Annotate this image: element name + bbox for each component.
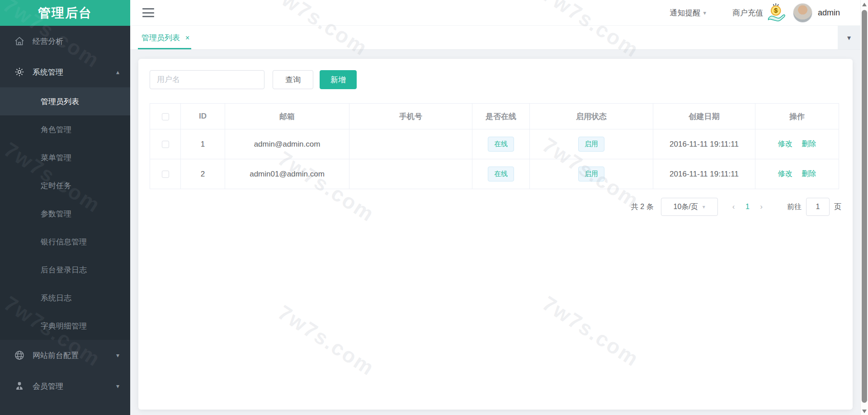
edit-link[interactable]: 修改 xyxy=(778,140,793,148)
system-submenu: 管理员列表 角色管理 菜单管理 定时任务 参数管理 银行信息管理 后台登录日志 … xyxy=(0,87,130,340)
sidebar-item-bank-info[interactable]: 银行信息管理 xyxy=(0,228,130,256)
sidebar-item-cron-task[interactable]: 定时任务 xyxy=(0,172,130,200)
app-logo: 管理后台 xyxy=(0,0,130,26)
col-id: ID xyxy=(181,104,225,129)
content-card: 查询 新增 ID 邮箱 手机号 是否在线 启用状态 创建日期 xyxy=(138,59,853,410)
notification-dropdown[interactable]: 通知提醒 xyxy=(670,8,700,18)
next-page-button[interactable]: › xyxy=(754,202,769,211)
table-row: 2 admin01@admin.com 在线 启用 2016-11-11 19:… xyxy=(150,159,839,189)
col-created: 创建日期 xyxy=(653,104,755,129)
add-button[interactable]: 新增 xyxy=(320,70,357,89)
chevron-down-icon: ▾ xyxy=(703,204,705,210)
tab-admin-list[interactable]: 管理员列表 × xyxy=(138,26,193,50)
coin-hand-icon: $ xyxy=(767,2,787,23)
top-header: 通知提醒 ▾ 商户充值 $ admin xyxy=(130,0,860,26)
page-unit-label: 页 xyxy=(834,202,841,212)
active-tab-underline xyxy=(138,48,191,49)
cell-phone xyxy=(349,129,472,159)
current-page-number[interactable]: 1 xyxy=(741,203,754,211)
status-badge: 启用 xyxy=(578,167,604,181)
sidebar-item-label: 系统管理 xyxy=(33,67,116,77)
edit-link[interactable]: 修改 xyxy=(778,170,793,177)
cell-id: 1 xyxy=(181,129,225,159)
col-phone: 手机号 xyxy=(349,104,472,129)
page-size-select[interactable]: 10条/页 ▾ xyxy=(661,198,718,216)
delete-link[interactable]: 删除 xyxy=(802,170,816,177)
sidebar-item-label: 会员管理 xyxy=(33,381,116,391)
vertical-scrollbar[interactable] xyxy=(860,0,868,415)
row-checkbox[interactable] xyxy=(162,171,169,178)
tab-list-dropdown[interactable]: ▾ xyxy=(838,26,860,49)
gear-icon xyxy=(14,66,25,78)
col-email: 邮箱 xyxy=(225,104,349,129)
status-badge: 启用 xyxy=(578,137,604,152)
table-header-row: ID 邮箱 手机号 是否在线 启用状态 创建日期 操作 xyxy=(150,104,839,129)
total-count-label: 共 2 条 xyxy=(631,202,654,212)
sidebar-item-menu-mgmt[interactable]: 菜单管理 xyxy=(0,143,130,172)
chevron-down-icon: ▾ xyxy=(116,382,119,390)
home-icon xyxy=(14,35,25,47)
cell-email: admin01@admin.com xyxy=(225,159,349,189)
menu-toggle-icon[interactable] xyxy=(142,8,154,17)
prev-page-button[interactable]: ‹ xyxy=(726,202,741,211)
tab-bar: 管理员列表 × ▾ xyxy=(130,26,860,50)
delete-link[interactable]: 删除 xyxy=(802,140,816,148)
cell-phone xyxy=(349,159,472,189)
cell-id: 2 xyxy=(181,159,225,189)
sidebar: 管理后台 经营分析 系统管理 ▴ 管理员列表 角色管理 菜单管理 xyxy=(0,0,130,415)
online-badge: 在线 xyxy=(488,137,514,152)
pagination: 共 2 条 10条/页 ▾ ‹ 1 › 前往 页 xyxy=(150,197,841,216)
sidebar-item-label: 网站前台配置 xyxy=(33,350,116,361)
admin-table: ID 邮箱 手机号 是否在线 启用状态 创建日期 操作 1 admin@admi… xyxy=(150,103,839,189)
sidebar-item-system-log[interactable]: 系统日志 xyxy=(0,284,130,312)
user-avatar[interactable] xyxy=(793,3,812,23)
cell-email: admin@admin.com xyxy=(225,129,349,159)
merchant-recharge-button[interactable]: 商户充值 $ xyxy=(732,2,787,23)
username-label[interactable]: admin xyxy=(818,8,840,18)
sidebar-item-system[interactable]: 系统管理 ▴ xyxy=(0,57,130,87)
online-badge: 在线 xyxy=(488,167,514,181)
sidebar-item-admin-list[interactable]: 管理员列表 xyxy=(0,87,130,115)
col-online: 是否在线 xyxy=(472,104,530,129)
cell-created: 2016-11-11 19:11:11 xyxy=(653,129,755,159)
cell-created: 2016-11-11 19:11:11 xyxy=(653,159,755,189)
chevron-down-icon: ▾ xyxy=(116,352,119,359)
recharge-label: 商户充值 xyxy=(732,8,763,18)
svg-text:$: $ xyxy=(774,7,778,14)
globe-icon xyxy=(14,349,25,361)
sidebar-item-analysis[interactable]: 经营分析 xyxy=(0,26,130,57)
row-checkbox[interactable] xyxy=(162,141,169,148)
chevron-down-icon[interactable]: ▾ xyxy=(703,10,706,16)
chevron-up-icon: ▴ xyxy=(116,68,119,76)
sidebar-item-member-mgmt[interactable]: 会员管理 ▾ xyxy=(0,371,130,401)
search-button[interactable]: 查询 xyxy=(273,70,313,89)
scroll-down-arrow-icon[interactable] xyxy=(862,410,867,413)
chevron-down-icon: ▾ xyxy=(847,33,851,42)
goto-page-group: 前往 页 xyxy=(787,198,841,216)
sidebar-item-label: 经营分析 xyxy=(33,36,119,47)
select-all-checkbox[interactable] xyxy=(162,113,169,120)
sidebar-item-param-mgmt[interactable]: 参数管理 xyxy=(0,200,130,228)
toolbar: 查询 新增 xyxy=(150,70,841,89)
sidebar-item-frontend-config[interactable]: 网站前台配置 ▾ xyxy=(0,340,130,371)
sidebar-item-login-log[interactable]: 后台登录日志 xyxy=(0,256,130,284)
username-search-input[interactable] xyxy=(150,70,264,89)
table-row: 1 admin@admin.com 在线 启用 2016-11-11 19:11… xyxy=(150,129,839,159)
admin-app: 7w7s.com 7w7s.com 7w7s.com 7w7s.com 7w7s… xyxy=(0,0,868,415)
member-icon xyxy=(14,380,25,392)
main-content: 查询 新增 ID 邮箱 手机号 是否在线 启用状态 创建日期 xyxy=(130,50,860,415)
close-icon[interactable]: × xyxy=(185,34,189,42)
tab-label: 管理员列表 xyxy=(142,33,180,43)
goto-label: 前往 xyxy=(787,202,802,212)
scroll-up-arrow-icon[interactable] xyxy=(862,3,867,6)
page-size-value: 10条/页 xyxy=(674,202,698,212)
header-right-group: 通知提醒 ▾ 商户充值 $ admin xyxy=(670,2,860,23)
sidebar-item-dict-detail[interactable]: 字典明细管理 xyxy=(0,312,130,340)
col-status: 启用状态 xyxy=(530,104,653,129)
goto-page-input[interactable] xyxy=(806,198,830,216)
scrollbar-thumb[interactable] xyxy=(862,10,867,403)
col-actions: 操作 xyxy=(755,104,839,129)
sidebar-item-role-mgmt[interactable]: 角色管理 xyxy=(0,115,130,143)
